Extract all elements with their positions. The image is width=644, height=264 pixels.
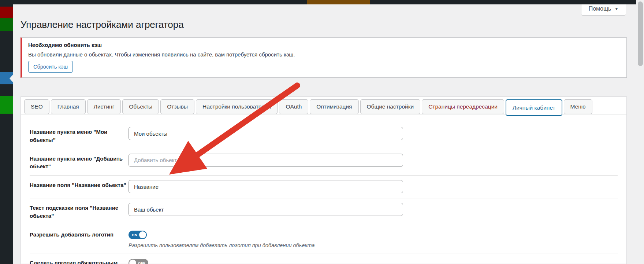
notice-body: Вы обновили данные о обьектах. Чтобы изм… (28, 51, 619, 58)
cache-notice: Необходимо обновить кэш Вы обновили данн… (21, 37, 627, 78)
notice-title: Необходимо обновить кэш (28, 42, 619, 48)
form-row: Разрешить добавлять логотипONРазрешить п… (30, 225, 618, 253)
field-control (129, 154, 618, 167)
tab-6[interactable]: Настройки пользователей (196, 99, 278, 114)
field-hint: Разрешить пользователям добавлять логоти… (129, 242, 618, 248)
field-label: Разрешить добавлять логотип (30, 230, 129, 239)
field-label: Текст подсказки поля "Название обьекта" (30, 203, 129, 220)
tab-4[interactable]: Объекты (122, 99, 159, 114)
settings-panel: SEOГлавнаяЛистингОбъектыОтзывыНастройки … (21, 96, 627, 264)
chevron-down-icon: ▼ (614, 7, 618, 11)
field-label: Название пункта меню "Добавить обьект" (30, 154, 129, 171)
field-control: ONРазрешить пользователям добавлять лого… (129, 230, 618, 248)
field-control (129, 180, 618, 193)
form-row: Сделать логотип обязательнымOFF (30, 253, 618, 264)
text-input[interactable] (129, 203, 403, 216)
sidebar-item-green-bright[interactable] (0, 96, 13, 114)
text-input[interactable] (129, 180, 403, 193)
toggle-knob-icon (129, 260, 136, 264)
form-row: Название пункта меню "Добавить обьект" (30, 149, 618, 176)
tab-bar: SEOГлавнаяЛистингОбъектыОтзывыНастройки … (21, 97, 626, 114)
text-input[interactable] (129, 127, 403, 140)
toggle-state-label: ON (132, 233, 137, 237)
admin-sidebar (0, 4, 13, 264)
scrollbar-thumb[interactable] (638, 1, 643, 66)
form-row: Название поля "Название обьекта" (30, 176, 618, 198)
admin-top-bar (0, 0, 636, 4)
form-row: Название пункта меню "Мои обьекты" (30, 122, 618, 149)
sidebar-item-green[interactable] (0, 18, 13, 31)
tab-11[interactable]: Личный кабинет (506, 99, 562, 116)
field-label: Название пункта меню "Мои обьекты" (30, 127, 129, 144)
tab-9[interactable]: Общие настройки (360, 99, 421, 114)
toggle-switch[interactable]: OFF (129, 259, 148, 264)
tab-1[interactable]: SEO (24, 99, 49, 114)
tab-5[interactable]: Отзывы (160, 99, 194, 114)
tab-8[interactable]: Оптимизация (310, 99, 358, 114)
toggle-state-label: OFF (138, 261, 145, 264)
topbar-highlight-block (307, 0, 370, 4)
field-control (129, 203, 618, 216)
settings-form: Название пункта меню "Мои обьекты"Назван… (21, 114, 626, 264)
page-title: Управление настройками агрегатора (21, 19, 184, 30)
help-button-label: Помощь (589, 6, 611, 12)
tab-3[interactable]: Листинг (87, 99, 121, 114)
form-row: Текст подсказки поля "Название обьекта" (30, 198, 618, 225)
tab-2[interactable]: Главная (51, 99, 86, 114)
sidebar-item-red[interactable] (0, 7, 13, 18)
text-input[interactable] (129, 154, 403, 167)
page-scrollbar[interactable] (636, 0, 644, 264)
tab-7[interactable]: OAuth (279, 99, 308, 114)
field-control (129, 127, 618, 140)
toggle-knob-icon (139, 231, 146, 238)
active-item-notch-icon (10, 74, 13, 82)
tab-12[interactable]: Меню (564, 99, 592, 114)
field-label: Сделать логотип обязательным (30, 258, 129, 264)
field-label: Название поля "Название обьекта" (30, 180, 129, 189)
reset-cache-button[interactable]: Сбросить кэш (28, 61, 73, 73)
toggle-switch[interactable]: ON (129, 231, 147, 239)
tab-10[interactable]: Страницы переадресации (422, 99, 504, 114)
field-control: OFF (129, 258, 618, 264)
